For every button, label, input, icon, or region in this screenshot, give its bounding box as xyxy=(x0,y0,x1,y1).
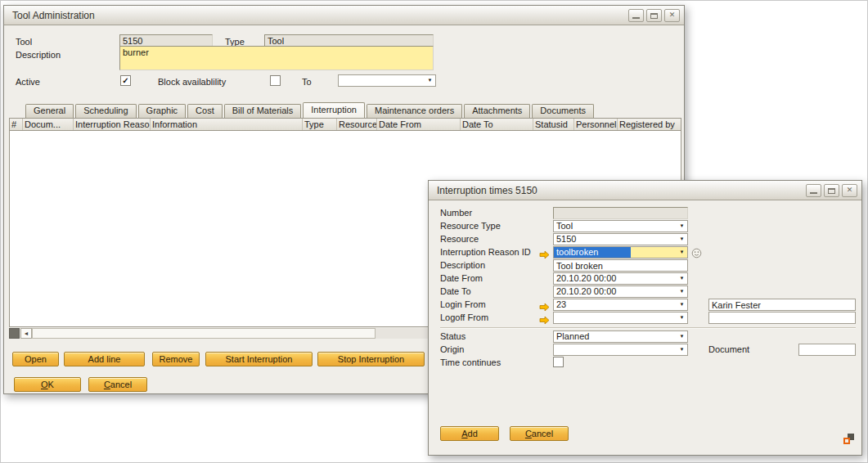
window-titlebar[interactable]: Tool Administration ✕ xyxy=(4,6,684,25)
resource-type-value: Tool xyxy=(554,221,677,232)
interruption-reason-selected-value: toolbroken xyxy=(554,247,631,258)
tab-documents[interactable]: Documents xyxy=(532,104,594,118)
ok-button[interactable]: OK xyxy=(14,377,81,392)
time-continues-row: Time continues xyxy=(440,357,856,369)
link-arrow-icon[interactable] xyxy=(539,248,550,257)
maximize-icon xyxy=(650,13,658,19)
type-field[interactable]: Tool xyxy=(264,34,434,47)
close-icon: ✕ xyxy=(669,11,676,19)
logoff-from-name-field[interactable] xyxy=(708,312,856,324)
column-header-resource[interactable]: Resource xyxy=(337,119,377,130)
tab-interruption[interactable]: Interruption xyxy=(303,102,365,118)
interruption-reason-label: Interruption Reason ID xyxy=(440,247,531,257)
remove-button[interactable]: Remove xyxy=(152,352,200,366)
active-checkbox[interactable]: ✓ xyxy=(120,75,131,86)
login-from-name-field[interactable]: Karin Fester xyxy=(708,299,856,311)
stop-interruption-button[interactable]: Stop Interruption xyxy=(317,352,425,366)
tab-general[interactable]: General xyxy=(25,104,74,118)
date-to-value: 20.10.20 00:00 xyxy=(554,286,677,297)
main-cancel-button[interactable]: Cancel xyxy=(88,377,147,392)
resource-type-dropdown[interactable]: Tool ▼ xyxy=(553,220,688,232)
dialog-description-field[interactable]: Tool broken xyxy=(553,259,688,272)
origin-dropdown[interactable]: ▼ xyxy=(553,344,688,356)
chevron-down-icon: ▼ xyxy=(425,75,435,86)
date-from-row: Date From 20.10.20 00:00 ▼ xyxy=(440,272,856,285)
column-header-registered-by[interactable]: Registered by xyxy=(618,119,681,130)
column-header-document[interactable]: Docum... xyxy=(23,119,74,130)
table-header: # Docum... Interruption Reaso Informatio… xyxy=(9,118,681,131)
column-header-date-to[interactable]: Date To xyxy=(461,119,533,130)
add-button[interactable]: Add xyxy=(440,426,499,441)
login-from-value: 23 xyxy=(554,299,677,310)
tool-field[interactable]: 5150 xyxy=(119,34,213,47)
resource-dropdown[interactable]: 5150 ▼ xyxy=(553,233,688,245)
smiley-icon xyxy=(691,247,702,258)
column-header-statusid[interactable]: Statusid xyxy=(533,119,574,130)
column-header-index[interactable]: # xyxy=(10,119,23,130)
tab-cost[interactable]: Cost xyxy=(187,104,223,118)
status-row: Status Planned ▼ xyxy=(440,330,856,343)
origin-label: Origin xyxy=(440,344,464,354)
dialog-maximize-button[interactable] xyxy=(824,184,839,197)
block-availability-checkbox[interactable] xyxy=(270,75,281,86)
minimize-button[interactable] xyxy=(628,9,644,22)
maximize-icon xyxy=(828,188,835,194)
add-line-button[interactable]: Add line xyxy=(64,352,145,366)
scrollbar-thumb[interactable] xyxy=(32,328,376,339)
resource-type-row: Resource Type Tool ▼ xyxy=(440,220,856,232)
interruption-reason-row: Interruption Reason ID toolbroken ▼ xyxy=(440,246,856,258)
start-interruption-button[interactable]: Start Interruption xyxy=(205,352,313,366)
minimize-icon xyxy=(632,17,640,19)
to-label: To xyxy=(302,76,312,88)
tab-graphic[interactable]: Graphic xyxy=(138,104,187,118)
interruption-times-dialog: Interruption times 5150 ✕ Number Resourc… xyxy=(428,180,862,456)
login-from-row: Login From 23 ▼ Karin Fester xyxy=(440,299,856,311)
cancel-button-label: ancel xyxy=(110,380,132,389)
dialog-titlebar[interactable]: Interruption times 5150 ✕ xyxy=(429,181,861,200)
ok-button-accel: O xyxy=(41,380,48,389)
open-button[interactable]: Open xyxy=(12,352,59,366)
logoff-from-dropdown[interactable]: ▼ xyxy=(553,312,688,324)
time-continues-checkbox[interactable] xyxy=(553,357,564,367)
description-label: Description xyxy=(16,49,61,61)
dialog-cancel-button[interactable]: Cancel xyxy=(510,426,569,441)
tab-maintenance-orders[interactable]: Maintenance orders xyxy=(367,104,462,118)
link-arrow-icon[interactable] xyxy=(539,313,550,322)
column-header-interruption-reason[interactable]: Interruption Reaso xyxy=(74,119,151,130)
dialog-description-row: Description Tool broken xyxy=(440,259,856,272)
scroll-left-icon: ◄ xyxy=(24,330,29,336)
document-field[interactable] xyxy=(798,344,856,356)
tab-attachments[interactable]: Attachments xyxy=(464,104,530,118)
interruption-reason-dropdown[interactable]: toolbroken ▼ xyxy=(553,246,688,258)
column-header-personnel-id[interactable]: Personnel I xyxy=(574,119,618,130)
chevron-down-icon: ▼ xyxy=(677,273,687,284)
column-header-type[interactable]: Type xyxy=(303,119,337,130)
date-from-dropdown[interactable]: 20.10.20 00:00 ▼ xyxy=(553,272,688,285)
dialog-minimize-button[interactable] xyxy=(806,184,821,197)
date-to-row: Date To 20.10.20 00:00 ▼ xyxy=(440,285,856,298)
link-arrow-icon[interactable] xyxy=(539,300,550,309)
resize-grip-icon[interactable] xyxy=(843,433,854,443)
maximize-button[interactable] xyxy=(646,9,662,22)
chevron-down-icon: ▼ xyxy=(677,331,687,342)
chevron-down-icon: ▼ xyxy=(677,299,687,310)
column-header-date-from[interactable]: Date From xyxy=(377,119,461,130)
close-button[interactable]: ✕ xyxy=(664,9,680,22)
add-button-label: dd xyxy=(468,429,478,438)
chevron-down-icon: ▼ xyxy=(677,312,687,323)
dialog-title: Interruption times 5150 xyxy=(437,185,806,196)
tab-scheduling[interactable]: Scheduling xyxy=(75,104,136,118)
dialog-close-button[interactable]: ✕ xyxy=(842,184,857,197)
check-icon: ✓ xyxy=(122,76,128,85)
resource-type-label: Resource Type xyxy=(440,221,501,231)
login-from-dropdown[interactable]: 23 ▼ xyxy=(553,299,688,311)
date-to-dropdown[interactable]: 20.10.20 00:00 ▼ xyxy=(553,285,688,298)
chevron-down-icon: ▼ xyxy=(677,247,687,258)
description-field[interactable]: burner xyxy=(119,46,434,70)
tab-bill-of-materials[interactable]: Bill of Materials xyxy=(224,104,302,118)
column-header-information[interactable]: Information xyxy=(151,119,303,130)
scrollbar-corner xyxy=(9,328,20,339)
status-dropdown[interactable]: Planned ▼ xyxy=(553,330,688,343)
to-dropdown[interactable]: ▼ xyxy=(338,74,436,87)
scroll-left-button[interactable]: ◄ xyxy=(20,328,32,339)
